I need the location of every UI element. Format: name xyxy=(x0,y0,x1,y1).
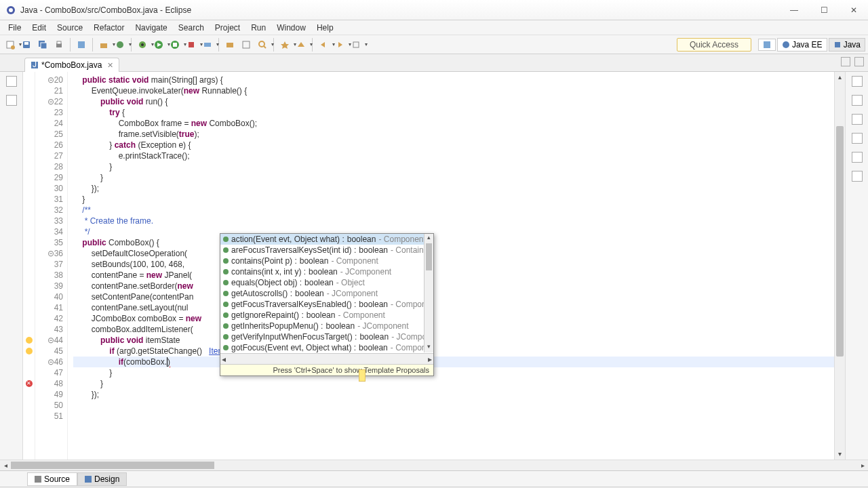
proposal-item[interactable]: action(Event evt, Object what) : boolean… xyxy=(220,234,433,245)
popup-hscroll[interactable]: ◂▸ xyxy=(220,353,433,364)
scroll-left-icon[interactable]: ◂ xyxy=(222,354,226,364)
search-button[interactable]: ▾ xyxy=(255,37,270,52)
menu-help[interactable]: Help xyxy=(311,22,339,34)
minimize-button[interactable]: — xyxy=(785,3,803,17)
build-button[interactable] xyxy=(74,37,89,52)
editor[interactable]: ✕ ⊝2021⊝2223242526272829303132333435⊝363… xyxy=(23,72,845,460)
proposal-item[interactable]: equals(Object obj) : boolean - Object xyxy=(220,277,433,288)
toolbar: ▾ ▾ ▾ ▾ ▾ ▾ ▾ ▾ ▾ ▾ ▾ ▾ ▾ ▾ Quick Access… xyxy=(0,35,868,54)
scroll-right-icon[interactable]: ▸ xyxy=(857,460,868,470)
svg-point-23 xyxy=(259,41,264,47)
proposal-item[interactable]: getAutoscrolls() : boolean - JComponent xyxy=(220,288,433,299)
menu-project[interactable]: Project xyxy=(210,22,245,34)
marker-bar[interactable]: ✕ xyxy=(23,72,35,460)
svg-marker-27 xyxy=(321,42,325,47)
line-numbers: ⊝2021⊝2223242526272829303132333435⊝36373… xyxy=(35,72,68,460)
menu-refactor[interactable]: Refactor xyxy=(88,22,130,34)
restore-view-button-right[interactable] xyxy=(852,76,863,87)
scroll-up-icon[interactable]: ▴ xyxy=(425,234,433,243)
scroll-down-icon[interactable]: ▾ xyxy=(835,449,845,460)
new-class-button[interactable]: ▾ xyxy=(113,37,127,52)
vertical-scrollbar[interactable]: ▴ ▾ xyxy=(834,72,845,460)
code-area[interactable]: public static void main(String[] args) {… xyxy=(68,72,834,460)
title-bar: Java - ComboBox/src/ComboBox.java - Ecli… xyxy=(0,0,868,20)
proposal-item[interactable]: gotFocus(Event evt, Object what) : boole… xyxy=(220,342,433,353)
scroll-up-icon[interactable]: ▴ xyxy=(835,72,845,83)
menu-run[interactable]: Run xyxy=(245,22,271,34)
tab-source[interactable]: Source xyxy=(27,472,77,486)
svg-rect-32 xyxy=(835,42,840,47)
menu-edit[interactable]: Edit xyxy=(26,22,52,34)
task-list-icon[interactable] xyxy=(852,114,863,125)
proposal-item[interactable]: getVerifyInputWhenFocusTarget() : boolea… xyxy=(220,331,433,342)
popup-vscroll[interactable]: ▴ ▾ xyxy=(424,234,433,352)
new-button[interactable]: ▾ xyxy=(3,37,18,52)
perspective-java-ee[interactable]: Java EE xyxy=(777,38,827,52)
new-server-button[interactable]: ▾ xyxy=(200,37,215,52)
svg-point-14 xyxy=(141,43,144,46)
scroll-left-icon[interactable]: ◂ xyxy=(0,460,11,470)
tab-label: *ComboBox.java xyxy=(41,60,102,70)
proposal-item[interactable]: getIgnoreRepaint() : boolean - Component xyxy=(220,310,433,321)
scroll-thumb[interactable] xyxy=(11,462,214,469)
editor-tab-combobox[interactable]: J *ComboBox.java ✕ xyxy=(24,58,119,72)
ext-tools-button[interactable]: ▾ xyxy=(184,37,199,52)
open-type-button[interactable] xyxy=(222,37,237,52)
maximize-view-button[interactable] xyxy=(854,57,864,66)
svg-rect-5 xyxy=(24,42,28,45)
left-trim xyxy=(0,72,23,460)
editor-mode-tabs: Source Design xyxy=(0,470,868,487)
close-icon[interactable]: ✕ xyxy=(107,61,113,70)
svg-marker-26 xyxy=(298,42,304,47)
maximize-button[interactable]: ☐ xyxy=(815,3,833,17)
svg-rect-20 xyxy=(204,43,211,47)
menu-source[interactable]: Source xyxy=(52,22,88,34)
perspective-java[interactable]: Java xyxy=(829,38,865,52)
debug-button[interactable]: ▾ xyxy=(135,37,150,52)
close-button[interactable]: ✕ xyxy=(845,3,863,17)
scroll-thumb[interactable] xyxy=(426,243,432,270)
proposal-item[interactable]: areFocusTraversalKeysSet(int id) : boole… xyxy=(220,245,433,256)
scroll-right-icon[interactable]: ▸ xyxy=(428,354,432,364)
last-edit-button[interactable]: ▾ xyxy=(349,37,363,52)
package-explorer-icon[interactable] xyxy=(6,95,17,106)
scroll-thumb[interactable] xyxy=(836,126,844,357)
next-annotation-button[interactable]: ▾ xyxy=(294,37,309,52)
new-package-button[interactable]: ▾ xyxy=(96,37,111,52)
outline-icon[interactable] xyxy=(852,95,863,106)
quick-access[interactable]: Quick Access xyxy=(677,38,751,52)
horizontal-scrollbar[interactable]: ◂ ▸ xyxy=(0,460,868,470)
proposal-item[interactable]: getInheritsPopupMenu() : boolean - JComp… xyxy=(220,321,433,331)
svg-line-24 xyxy=(264,46,266,48)
scroll-down-icon[interactable]: ▾ xyxy=(425,343,433,352)
menu-navigate[interactable]: Navigate xyxy=(130,22,172,34)
svg-marker-25 xyxy=(281,41,289,49)
open-task-button[interactable] xyxy=(239,37,254,52)
run-button[interactable]: ▾ xyxy=(151,37,166,52)
proposal-item[interactable]: contains(int x, int y) : boolean - JComp… xyxy=(220,266,433,277)
open-perspective-button[interactable] xyxy=(758,39,776,51)
javadoc-icon[interactable] xyxy=(852,171,863,182)
minimize-view-button[interactable] xyxy=(841,57,850,66)
run-last-button[interactable]: ▾ xyxy=(167,37,182,52)
toggle-mark-button[interactable]: ▾ xyxy=(277,37,292,52)
svg-rect-7 xyxy=(41,43,47,49)
forward-button[interactable]: ▾ xyxy=(332,37,347,52)
save-all-button[interactable] xyxy=(35,37,50,52)
menu-window[interactable]: Window xyxy=(271,22,311,34)
restore-view-button[interactable] xyxy=(6,76,17,87)
proposal-item[interactable]: contains(Point p) : boolean - Component xyxy=(220,256,433,266)
back-button[interactable]: ▾ xyxy=(316,37,331,52)
declaration-icon[interactable] xyxy=(852,152,863,163)
problems-icon[interactable] xyxy=(852,133,863,144)
tab-design[interactable]: Design xyxy=(77,472,127,486)
proposal-item[interactable]: getFocusTraversalKeysEnabled() : boolean… xyxy=(220,299,433,310)
svg-rect-11 xyxy=(100,43,107,48)
proposal-list[interactable]: action(Event evt, Object what) : boolean… xyxy=(220,234,433,353)
window-title: Java - ComboBox/src/ComboBox.java - Ecli… xyxy=(20,5,785,15)
print-button[interactable] xyxy=(52,37,66,52)
menu-search[interactable]: Search xyxy=(173,22,210,34)
save-button[interactable] xyxy=(19,37,34,52)
menu-file[interactable]: File xyxy=(3,22,26,34)
text-cursor-highlight xyxy=(359,369,366,382)
